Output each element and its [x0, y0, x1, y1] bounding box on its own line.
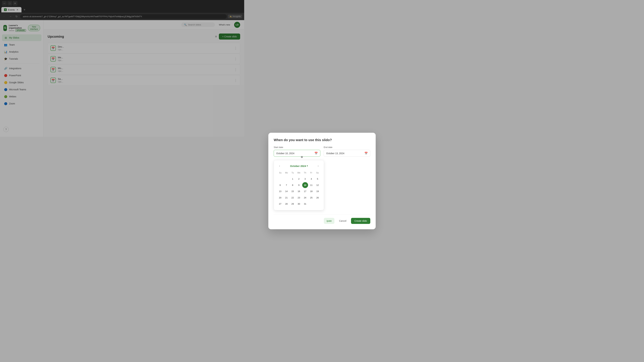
modal-overlay: When do you want to use this slido? Star… — [0, 0, 244, 137]
